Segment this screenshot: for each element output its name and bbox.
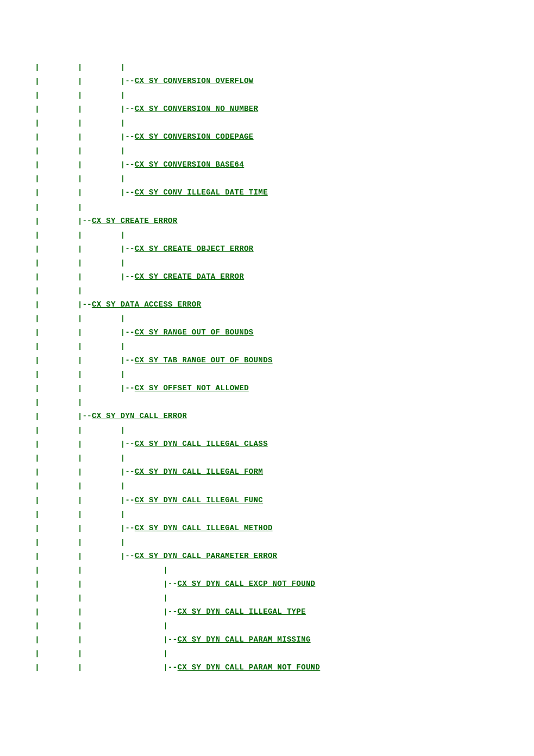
tree-line-line18: | |--CX_SY_DATA_ACCESS_ERROR — [35, 298, 499, 312]
class-name-line8[interactable]: CX_SY_CONVERSION_BASE64 — [135, 160, 244, 169]
tree-line-line23: | | | — [35, 368, 499, 381]
tree-line-line15: | | | — [35, 256, 499, 270]
tree-line-line43: | | | — [35, 647, 499, 661]
class-name-line40[interactable]: CX_SY_DYN_CALL_ILLEGAL_TYPE — [178, 607, 306, 616]
class-name-line12[interactable]: CX_SY_CREATE_ERROR — [92, 217, 177, 225]
class-name-line14[interactable]: CX_SY_CREATE_OBJECT_ERROR — [135, 244, 254, 253]
tree-line-line27: | | | — [35, 423, 499, 437]
class-name-line44[interactable]: CX_SY_DYN_CALL_PARAM_NOT_FOUND — [178, 663, 320, 672]
class-name-line4[interactable]: CX_SY_CONVERSION_NO_NUMBER — [135, 105, 258, 113]
tree-line-line11: | | — [35, 200, 499, 214]
tree-line-line16: | | |--CX_SY_CREATE_DATA_ERROR — [35, 270, 499, 284]
tree-line-line42: | | |--CX_SY_DYN_CALL_PARAM_MISSING — [35, 633, 499, 647]
tree-line-line31: | | | — [35, 479, 499, 493]
tree-line-line25: | | — [35, 395, 499, 409]
tree-line-line19: | | | — [35, 312, 499, 326]
class-name-line26[interactable]: CX_SY_DYN_CALL_ERROR — [92, 412, 187, 420]
tree-line-line39: | | | — [35, 591, 499, 605]
class-name-line6[interactable]: CX_SY_CONVERSION_CODEPAGE — [135, 132, 254, 141]
class-name-line18[interactable]: CX_SY_DATA_ACCESS_ERROR — [92, 300, 201, 309]
tree-line-line14: | | |--CX_SY_CREATE_OBJECT_ERROR — [35, 242, 499, 256]
tree-line-line13: | | | — [35, 228, 499, 242]
class-name-line10[interactable]: CX_SY_CONV_ILLEGAL_DATE_TIME — [135, 188, 268, 197]
tree-line-line37: | | | — [35, 563, 499, 577]
tree-line-line12: | |--CX_SY_CREATE_ERROR — [35, 214, 499, 228]
tree-line-line20: | | |--CX_SY_RANGE_OUT_OF_BOUNDS — [35, 326, 499, 340]
tree-line-line26: | |--CX_SY_DYN_CALL_ERROR — [35, 409, 499, 423]
tree-view: | | || | |--CX_SY_CONVERSION_OVERFLOW| |… — [35, 46, 499, 675]
tree-line-line4: | | |--CX_SY_CONVERSION_NO_NUMBER — [35, 102, 499, 116]
class-name-line2[interactable]: CX_SY_CONVERSION_OVERFLOW — [135, 77, 254, 85]
class-name-line38[interactable]: CX_SY_DYN_CALL_EXCP_NOT_FOUND — [178, 579, 316, 588]
tree-line-line5: | | | — [35, 116, 499, 130]
tree-line-line9: | | | — [35, 172, 499, 186]
tree-line-line1: | | | — [35, 60, 499, 74]
tree-line-line7: | | | — [35, 144, 499, 158]
tree-line-line28: | | |--CX_SY_DYN_CALL_ILLEGAL_CLASS — [35, 437, 499, 451]
tree-line-line32: | | |--CX_SY_DYN_CALL_ILLEGAL_FUNC — [35, 494, 499, 507]
tree-line-line38: | | |--CX_SY_DYN_CALL_EXCP_NOT_FOUND — [35, 577, 499, 591]
class-name-line30[interactable]: CX_SY_DYN_CALL_ILLEGAL_FORM — [135, 467, 263, 476]
class-name-line34[interactable]: CX_SY_DYN_CALL_ILLEGAL_METHOD — [135, 524, 273, 532]
tree-line-line29: | | | — [35, 451, 499, 465]
tree-line-line22: | | |--CX_SY_TAB_RANGE_OUT_OF_BOUNDS — [35, 354, 499, 368]
tree-line-line35: | | | — [35, 535, 499, 549]
tree-line-line34: | | |--CX_SY_DYN_CALL_ILLEGAL_METHOD — [35, 521, 499, 535]
tree-line-line44: | | |--CX_SY_DYN_CALL_PARAM_NOT_FOUND — [35, 661, 499, 675]
tree-line-line21: | | | — [35, 340, 499, 354]
tree-line-line2: | | |--CX_SY_CONVERSION_OVERFLOW — [35, 74, 499, 88]
tree-line-line8: | | |--CX_SY_CONVERSION_BASE64 — [35, 158, 499, 172]
tree-line-line17: | | — [35, 284, 499, 298]
class-name-line20[interactable]: CX_SY_RANGE_OUT_OF_BOUNDS — [135, 328, 254, 337]
tree-line-line33: | | | — [35, 507, 499, 521]
tree-line-line3: | | | — [35, 88, 499, 102]
tree-line-line40: | | |--CX_SY_DYN_CALL_ILLEGAL_TYPE — [35, 605, 499, 619]
class-name-line28[interactable]: CX_SY_DYN_CALL_ILLEGAL_CLASS — [135, 440, 268, 448]
tree-line-line36: | | |--CX_SY_DYN_CALL_PARAMETER_ERROR — [35, 549, 499, 563]
tree-line-line6: | | |--CX_SY_CONVERSION_CODEPAGE — [35, 130, 499, 144]
class-name-line32[interactable]: CX_SY_DYN_CALL_ILLEGAL_FUNC — [135, 496, 263, 505]
tree-line-line24: | | |--CX_SY_OFFSET_NOT_ALLOWED — [35, 381, 499, 395]
class-name-line16[interactable]: CX_SY_CREATE_DATA_ERROR — [135, 272, 244, 281]
class-name-line24[interactable]: CX_SY_OFFSET_NOT_ALLOWED — [135, 384, 249, 393]
tree-line-line30: | | |--CX_SY_DYN_CALL_ILLEGAL_FORM — [35, 465, 499, 479]
tree-line-line10: | | |--CX_SY_CONV_ILLEGAL_DATE_TIME — [35, 186, 499, 200]
class-name-line36[interactable]: CX_SY_DYN_CALL_PARAMETER_ERROR — [135, 552, 277, 560]
tree-line-line41: | | | — [35, 619, 499, 633]
class-name-line42[interactable]: CX_SY_DYN_CALL_PARAM_MISSING — [178, 635, 311, 644]
class-name-line22[interactable]: CX_SY_TAB_RANGE_OUT_OF_BOUNDS — [135, 356, 273, 365]
